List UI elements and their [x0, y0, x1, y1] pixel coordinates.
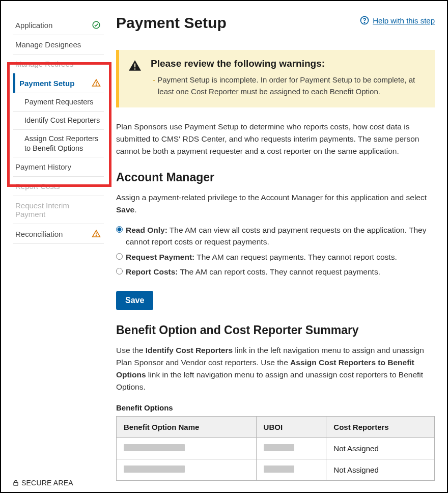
- sidebar-item-label: Application: [15, 21, 52, 30]
- svg-point-6: [365, 22, 365, 23]
- cell-cost-reporters: Not Assigned: [326, 438, 435, 459]
- svg-rect-9: [14, 482, 18, 485]
- account-manager-desc: Assign a payment-related privilege to th…: [116, 191, 435, 216]
- sidebar-item-label: Manage Designees: [15, 40, 81, 49]
- sidebar-item-label: Reconciliation: [15, 230, 63, 238]
- footer-secure-area: SECURE AREA: [12, 479, 73, 487]
- sidebar-sub-payment-requesters[interactable]: Payment Requesters: [13, 93, 104, 112]
- table-row: Not Assigned: [117, 459, 435, 481]
- intro-paragraph: Plan Sponsors use Payment Setup to deter…: [116, 121, 435, 157]
- svg-point-0: [93, 21, 100, 29]
- account-manager-heading: Account Manager: [116, 171, 435, 184]
- sidebar-item-application[interactable]: Application: [13, 15, 104, 35]
- alert-body: Payment Setup is incomplete. In order fo…: [151, 74, 426, 97]
- cell-cost-reporters: Not Assigned: [326, 459, 435, 481]
- sidebar-item-payment-setup[interactable]: Payment Setup: [13, 73, 104, 93]
- sidebar-item-manage-designees[interactable]: Manage Designees: [13, 35, 104, 54]
- warning-alert: Please review the following warnings: Pa…: [116, 50, 435, 107]
- main-content: Payment Setup Help with this step Please…: [116, 15, 435, 481]
- table-caption: Benefit Options: [116, 403, 435, 412]
- sidebar-item-label: Request Interim Payment: [15, 201, 101, 218]
- redacted-value: [264, 465, 294, 473]
- redacted-value: [264, 444, 294, 451]
- sidebar: Application Manage Designees Manage Reti…: [13, 15, 104, 481]
- redacted-value: [124, 444, 185, 451]
- col-cost-reporters: Cost Reporters: [326, 417, 435, 438]
- radio-report-costs-input[interactable]: [116, 268, 123, 275]
- svg-point-4: [96, 236, 96, 236]
- sidebar-item-request-interim-payment[interactable]: Request Interim Payment: [13, 196, 104, 224]
- warning-triangle-icon: [92, 229, 101, 238]
- sidebar-item-label: Payment Requesters: [24, 98, 93, 106]
- warning-solid-icon: [128, 59, 142, 72]
- sidebar-item-reconciliation[interactable]: Reconciliation: [13, 224, 104, 244]
- svg-point-2: [96, 85, 96, 85]
- sidebar-item-payment-history[interactable]: Payment History: [13, 157, 104, 177]
- col-uboi: UBOI: [256, 417, 326, 438]
- col-benefit-option-name: Benefit Option Name: [117, 417, 257, 438]
- sidebar-item-label: Report Costs: [15, 182, 60, 190]
- benefit-options-table: Benefit Option Name UBOI Cost Reporters …: [116, 416, 435, 481]
- sidebar-item-manage-retirees[interactable]: Manage Retirees: [13, 54, 104, 73]
- sidebar-item-label: Identify Cost Reporters: [24, 116, 100, 124]
- page-title: Payment Setup: [116, 14, 227, 32]
- check-circle-icon: [92, 20, 101, 30]
- radio-request-payment-input[interactable]: [116, 253, 123, 260]
- radio-read-only-input[interactable]: [116, 226, 123, 233]
- lock-icon: [12, 479, 19, 486]
- sidebar-sub-identify-cost-reporters[interactable]: Identify Cost Reporters: [13, 112, 104, 130]
- sidebar-item-label: Payment Setup: [19, 79, 74, 88]
- footer-label: SECURE AREA: [21, 479, 73, 487]
- svg-point-8: [134, 68, 136, 70]
- warning-triangle-icon: [92, 78, 101, 88]
- radio-request-payment[interactable]: Request Payment: The AM can request paym…: [116, 251, 435, 263]
- radio-report-costs[interactable]: Report Costs: The AM can report costs. T…: [116, 266, 435, 278]
- save-button[interactable]: Save: [116, 291, 153, 310]
- sidebar-item-label: Manage Retirees: [15, 60, 73, 68]
- svg-rect-7: [134, 64, 135, 68]
- help-circle-icon: [359, 15, 370, 25]
- redacted-value: [124, 465, 185, 473]
- privilege-radio-group: Read Only: The AM can view all costs and…: [116, 224, 435, 278]
- sidebar-item-report-costs[interactable]: Report Costs: [13, 177, 104, 196]
- help-link[interactable]: Help with this step: [359, 15, 435, 25]
- sidebar-item-label: Payment History: [15, 162, 71, 171]
- sidebar-item-label: Assign Cost Reporters to Benefit Options: [24, 134, 98, 152]
- summary-heading: Benefit Option and Cost Reporter Summary: [116, 323, 435, 337]
- alert-title: Please review the following warnings:: [151, 58, 426, 69]
- help-link-label: Help with this step: [373, 16, 435, 25]
- summary-paragraph: Use the Identify Cost Reporters link in …: [116, 344, 435, 393]
- sidebar-sub-assign-cost-reporters[interactable]: Assign Cost Reporters to Benefit Options: [13, 130, 104, 158]
- radio-read-only[interactable]: Read Only: The AM can view all costs and…: [116, 224, 435, 248]
- table-row: Not Assigned: [117, 438, 435, 459]
